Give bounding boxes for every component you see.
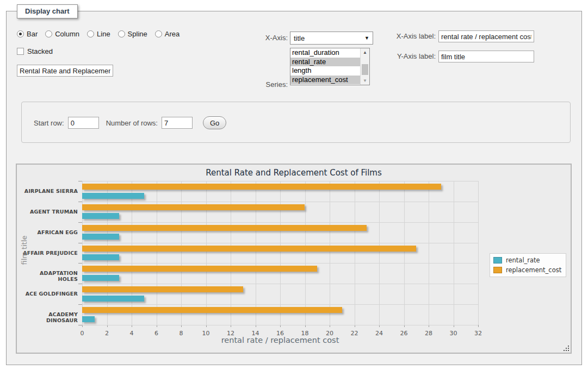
chart-title-input[interactable]	[17, 65, 113, 77]
num-rows-label: Number of rows:	[106, 119, 158, 127]
bar-replacement_cost	[82, 266, 317, 272]
category-label: ACE GOLDFINGER	[19, 291, 78, 297]
legend-entry-replacement_cost: replacement_cost	[493, 266, 561, 274]
bar-replacement_cost	[82, 225, 367, 231]
x-axis-label-input[interactable]	[438, 30, 534, 42]
bar-rental_rate	[82, 213, 119, 219]
chart-legend: rental_ratereplacement_cost	[490, 253, 566, 277]
x-axis-select-label: X-Axis:	[233, 34, 288, 42]
legend-label: replacement_cost	[506, 266, 561, 274]
chart-title: Rental Rate and Replacement Cost of Film…	[17, 168, 571, 178]
category-label: AGENT TRUMAN	[19, 209, 78, 215]
gridline-v	[157, 181, 157, 325]
x-axis-select[interactable]: title ▼	[290, 32, 373, 45]
gridline-v	[132, 181, 132, 325]
radio-icon	[45, 30, 52, 37]
scroll-up-icon[interactable]: ▲	[361, 48, 369, 57]
gridline-v	[82, 181, 83, 325]
stacked-checkbox[interactable]: Stacked	[17, 47, 53, 55]
stacked-label: Stacked	[27, 47, 53, 55]
gridline-v	[256, 181, 256, 325]
start-row-input[interactable]	[68, 117, 99, 129]
num-rows-input[interactable]	[162, 117, 193, 129]
gridline-v	[355, 181, 355, 325]
gridline-v	[181, 181, 182, 325]
y-axis-title: film title	[20, 221, 28, 280]
category-label: AIRPLANE SIERRA	[19, 188, 78, 194]
plot-area: 02468101214161820222426283032AIRPLANE SI…	[82, 181, 478, 325]
gridline-h	[82, 222, 478, 223]
chart-type-label: Area	[165, 30, 180, 38]
bar-replacement_cost	[82, 184, 441, 190]
bar-replacement_cost	[82, 307, 342, 313]
bar-rental_rate	[82, 316, 95, 322]
start-row-label: Start row:	[34, 119, 64, 127]
select-arrow-icon: ▼	[364, 35, 369, 41]
series-option-replacement_cost[interactable]: replacement_cost	[290, 76, 360, 85]
gridline-v	[231, 181, 231, 325]
gridline-v	[478, 181, 479, 325]
checkbox-icon	[17, 48, 24, 55]
y-tick-mark	[78, 222, 82, 223]
y-tick-mark	[78, 202, 82, 202]
bar-rental_rate	[82, 296, 144, 302]
go-button[interactable]: Go	[203, 116, 226, 129]
gridline-h	[82, 284, 478, 284]
y-tick-mark	[78, 263, 82, 264]
gridline-v	[107, 181, 108, 325]
series-option-rental_duration[interactable]: rental_duration	[290, 48, 360, 58]
y-tick-mark	[78, 325, 82, 325]
legend-swatch-icon	[493, 257, 502, 264]
chart-type-column[interactable]: Column	[45, 30, 79, 38]
x-tick-mark	[478, 325, 479, 327]
bar-rental_rate	[82, 275, 119, 281]
gridline-v	[454, 181, 454, 325]
y-axis-label-input[interactable]	[438, 51, 534, 62]
series-option-length[interactable]: length	[290, 66, 360, 76]
display-chart-panel: Display chart BarColumnLineSplineArea St…	[6, 11, 582, 365]
chart-type-label: Bar	[27, 30, 38, 38]
scrollbar-thumb[interactable]	[362, 64, 368, 75]
gridline-v	[280, 181, 281, 325]
gridline-h	[82, 304, 478, 305]
y-tick-mark	[78, 243, 82, 243]
gridline-h	[82, 181, 478, 181]
category-label: ACADEMY DINOSAUR	[19, 311, 78, 323]
gridline-h	[82, 243, 478, 243]
y-tick-mark	[78, 284, 82, 284]
gridline-v	[206, 181, 207, 325]
y-axis-label-caption: Y-Axis label:	[381, 52, 436, 60]
bar-replacement_cost	[82, 246, 416, 252]
bar-replacement_cost	[82, 204, 305, 210]
chart-type-label: Column	[55, 30, 79, 38]
gridline-h	[82, 263, 478, 264]
radio-icon	[17, 30, 24, 37]
chart-type-line[interactable]: Line	[87, 30, 110, 38]
gridline-v	[379, 181, 380, 325]
gridline-v	[330, 181, 330, 325]
gridline-v	[404, 181, 405, 325]
rows-control-box: Start row: Number of rows: Go	[21, 102, 571, 143]
resize-handle-icon[interactable]	[563, 345, 570, 352]
series-listbox[interactable]: rental_durationrental_ratelengthreplacem…	[290, 48, 370, 85]
radio-icon	[87, 30, 94, 37]
series-list-label: Series:	[233, 80, 288, 89]
listbox-scrollbar[interactable]: ▲ ▼	[360, 48, 369, 85]
scroll-down-icon[interactable]: ▼	[361, 77, 369, 85]
x-axis-title: rental rate / replacement cost	[82, 336, 478, 344]
legend-entry-rental_rate: rental_rate	[493, 256, 561, 264]
radio-icon	[118, 30, 125, 37]
chart-type-label: Spline	[128, 30, 147, 38]
y-tick-mark	[78, 304, 82, 305]
bar-rental_rate	[82, 193, 144, 199]
legend-swatch-icon	[493, 267, 502, 273]
series-option-rental_rate[interactable]: rental_rate	[290, 58, 360, 67]
chart-type-bar[interactable]: Bar	[17, 30, 38, 38]
y-tick-mark	[78, 181, 82, 181]
chart-type-spline[interactable]: Spline	[118, 30, 147, 38]
bar-rental_rate	[82, 234, 119, 240]
gridline-h	[82, 325, 478, 325]
chart-type-group: BarColumnLineSplineArea	[17, 30, 180, 38]
bar-rental_rate	[82, 254, 119, 260]
chart-type-area[interactable]: Area	[155, 30, 180, 38]
